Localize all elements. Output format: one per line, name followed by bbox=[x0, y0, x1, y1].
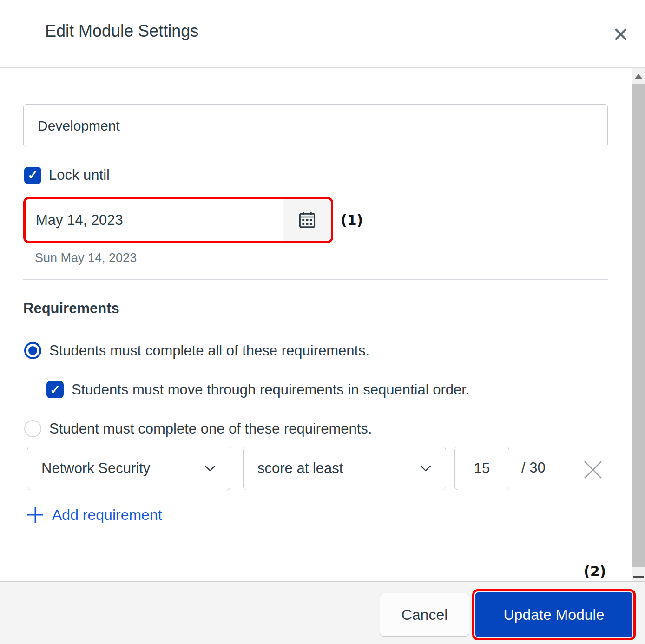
requirements-heading: Requirements bbox=[23, 300, 119, 317]
close-button[interactable] bbox=[610, 23, 632, 46]
scrollbar-thumb[interactable] bbox=[632, 84, 645, 567]
calendar-icon bbox=[297, 210, 317, 230]
radio-complete-all[interactable] bbox=[24, 342, 41, 359]
chevron-down-icon bbox=[420, 465, 432, 472]
module-item-select-value: Network Security bbox=[41, 460, 204, 477]
edit-module-settings-dialog: Edit Module Settings ✓ Lock until bbox=[0, 0, 645, 644]
radio-row-complete-all: Students must complete all of these requ… bbox=[24, 342, 369, 359]
chevron-down-icon bbox=[204, 465, 216, 472]
radio-complete-one-label: Student must complete one of these requi… bbox=[49, 421, 372, 437]
remove-requirement-button[interactable] bbox=[580, 457, 606, 483]
lock-until-label: Lock until bbox=[49, 167, 110, 184]
radio-row-complete-one: Student must complete one of these requi… bbox=[24, 420, 372, 437]
plus-icon bbox=[26, 506, 45, 524]
arrow-up-icon bbox=[635, 74, 642, 79]
annotation-2: (2) bbox=[584, 563, 606, 579]
requirement-row: Network Security score at least / 30 bbox=[0, 447, 645, 490]
page-title: Edit Module Settings bbox=[45, 21, 198, 41]
section-divider bbox=[23, 279, 608, 280]
lock-date-input[interactable] bbox=[26, 199, 283, 241]
sequential-order-checkbox[interactable]: ✓ bbox=[46, 381, 64, 398]
module-item-select[interactable]: Network Security bbox=[27, 447, 230, 490]
lock-until-row: ✓ Lock until bbox=[24, 166, 110, 184]
points-possible-label: / 30 bbox=[521, 460, 546, 476]
scrollbar-down-arrow[interactable] bbox=[633, 576, 644, 578]
header-divider bbox=[0, 67, 645, 68]
radio-complete-one[interactable] bbox=[24, 420, 41, 437]
lock-until-checkbox[interactable]: ✓ bbox=[24, 167, 41, 184]
module-name-input[interactable] bbox=[23, 104, 608, 147]
add-requirement-link[interactable]: Add requirement bbox=[26, 506, 162, 524]
vertical-scrollbar[interactable] bbox=[632, 68, 645, 581]
date-picker-button[interactable] bbox=[283, 199, 331, 241]
close-icon bbox=[613, 26, 629, 42]
date-helper-text: Sun May 14, 2023 bbox=[35, 251, 137, 265]
add-requirement-label: Add requirement bbox=[52, 506, 162, 524]
requirement-type-select[interactable]: score at least bbox=[243, 447, 446, 490]
checkbox-row-sequential: ✓ Students must move through requirement… bbox=[46, 381, 469, 398]
requirement-type-select-value: score at least bbox=[257, 460, 420, 477]
annotation-1: (1) bbox=[341, 212, 363, 228]
dialog-footer: Cancel Update Module bbox=[0, 581, 645, 644]
update-module-button[interactable]: Update Module bbox=[475, 592, 632, 637]
scrollbar-up-arrow[interactable] bbox=[632, 68, 645, 84]
minimum-score-input[interactable] bbox=[454, 447, 509, 490]
update-module-highlight: Update Module bbox=[472, 589, 636, 640]
radio-complete-all-label: Students must complete all of these requ… bbox=[49, 342, 369, 359]
remove-icon bbox=[581, 458, 605, 482]
sequential-order-label: Students must move through requirements … bbox=[72, 381, 469, 398]
lock-date-highlight bbox=[23, 197, 333, 243]
cancel-button[interactable]: Cancel bbox=[380, 593, 469, 637]
